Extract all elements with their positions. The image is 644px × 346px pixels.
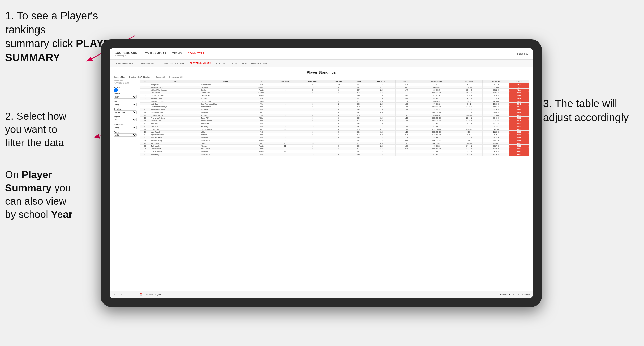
player-name-cell: Jackson Koivu (150, 97, 200, 100)
data-cell: 47-40-3 (482, 111, 509, 114)
toolbar-forward[interactable]: → (119, 293, 123, 296)
data-cell: 35-26-4 (482, 153, 509, 156)
data-cell: Fifth (251, 153, 272, 156)
th-yr: Yr (251, 80, 272, 83)
data-cell: 61-20-2 (482, 94, 509, 97)
player-name-cell: David Ford (150, 128, 200, 131)
subnav-player-h2h-heatmap[interactable]: PLAYER H2H HEATMAP (242, 62, 267, 65)
data-cell: -1.6 (367, 91, 395, 94)
filter-no-rds: No Rds. (114, 86, 137, 91)
data-cell: 0 (327, 131, 351, 133)
data-cell: 1 (327, 139, 351, 142)
grid-btn[interactable]: ⋮ (517, 293, 519, 296)
data-cell: First (251, 97, 272, 100)
school-name-cell: Missouri (200, 145, 251, 147)
data-cell: 11 (140, 111, 150, 114)
nav-item-tournaments[interactable]: TOURNAMENTS (145, 52, 166, 56)
data-cell: 20-14-5 (456, 108, 482, 111)
region-select[interactable]: N/A (114, 118, 137, 121)
data-cell: 22-29-7 (456, 119, 482, 122)
subnav-team-summary[interactable]: TEAM SUMMARY (115, 62, 133, 65)
data-cell: 26-32-2 (482, 122, 509, 125)
watch-btn[interactable]: 👁 Watch ▼ (500, 293, 511, 296)
toolbar-view: 👁 View: Original (146, 293, 161, 296)
table-row: 5Christo LamprechtGeorgia TechFourth2212… (140, 94, 529, 97)
gender-select[interactable]: Men (114, 95, 137, 99)
data-cell: 5 (272, 139, 298, 142)
conference-select[interactable]: (All) (114, 126, 137, 129)
toolbar-clock[interactable]: ⏰ (139, 293, 144, 296)
data-cell: 22 (298, 136, 327, 139)
subnav-team-h2h-grid[interactable]: TEAM H2H GRID (138, 62, 157, 65)
th-school: School (200, 80, 251, 83)
data-cell: 607-63-12 (417, 103, 456, 105)
points-cell: 40.69 (509, 142, 529, 145)
data-cell: 3 (140, 89, 150, 91)
player-name-cell: Luke Claton (150, 91, 200, 94)
data-cell: 26 (140, 153, 150, 156)
points-cell: 46.77 (509, 105, 529, 108)
data-cell: 12 (140, 114, 150, 117)
data-cell: 616-168-22 (417, 147, 456, 150)
update-time: Update time:27/03/2024 16:56:26 (114, 80, 137, 84)
player-name-cell: Cole Sherwood (150, 150, 200, 153)
school-name-cell: Ole Miss (200, 86, 251, 89)
subnav-player-h2h-grid[interactable]: PLAYER H2H GRID (216, 62, 237, 65)
data-cell: 500-155-30 (417, 131, 456, 133)
data-cell: 28-15-0 (456, 83, 482, 86)
data-cell: -1.1 (367, 114, 395, 117)
data-cell: 19-11-1 (456, 86, 482, 89)
table-row: 6Jackson KoivuAuburnFirst127167.3-2.02.7… (140, 97, 529, 100)
data-cell: 1 (327, 89, 351, 91)
data-cell: 12-16-3 (482, 103, 509, 105)
sign-out-link[interactable]: | Sign out (517, 52, 528, 55)
data-cell: 24 (298, 142, 327, 145)
data-cell: -1.2 (367, 136, 395, 139)
subnav-player-summary[interactable]: PLAYER SUMMARY (190, 61, 211, 65)
page-title: Player Standings (114, 70, 529, 74)
toolbar-back[interactable]: ← (113, 293, 117, 296)
toolbar-reload[interactable]: ↻ (126, 293, 130, 296)
data-cell: Third (251, 111, 272, 114)
no-rds-slider[interactable] (114, 90, 137, 90)
data-cell: 5 (272, 133, 298, 136)
data-cell: 69.4 (351, 136, 367, 139)
data-cell: 1 (272, 103, 298, 105)
data-cell: 6 (140, 97, 150, 100)
data-cell: 1 (327, 150, 351, 153)
th-no-rds: No. Rds. (327, 80, 351, 83)
year-select[interactable]: (All) (114, 103, 137, 106)
ann2-text3: filter the data (5, 137, 64, 148)
data-cell: 22-22-0 (482, 89, 509, 91)
subnav-team-h2h-heatmap[interactable]: TEAM H2H HEATMAP (161, 62, 185, 65)
ann4-bold1: PlayerSummary (5, 169, 52, 193)
data-cell: 0 (327, 136, 351, 139)
data-cell: 0 (327, 111, 351, 114)
share-btn[interactable]: ⇧ Share (522, 293, 530, 296)
table-row: 18Luke PowellUCLAFirst424069.1-1.81.1350… (140, 131, 529, 133)
data-cell: 15 (327, 83, 351, 86)
data-cell: 69.3 (351, 150, 367, 153)
player-name-cell: Jake Hall (150, 122, 200, 125)
data-cell: 406-172-16 (417, 128, 456, 131)
division-select[interactable]: NCAA Division I (114, 110, 137, 114)
toolbar-share2[interactable]: ⛶ (132, 293, 136, 296)
download-btn[interactable]: ⇓ (513, 293, 515, 296)
player-select[interactable]: (All) (114, 133, 137, 137)
data-cell: 10-10-2 (456, 89, 482, 91)
data-cell: 68.7 (351, 142, 367, 145)
data-cell: 1.47 (395, 89, 417, 91)
player-name-cell: Michael Thorbjornsen (150, 89, 200, 91)
view-label: 👁 View: Original (146, 293, 161, 296)
slider-container[interactable] (114, 89, 137, 91)
data-cell: 27 (298, 100, 327, 103)
data-cell: 8 (298, 89, 327, 91)
nav-item-committee[interactable]: COMMITTEE (188, 52, 204, 56)
data-cell: Fourth (251, 89, 272, 91)
data-cell: 68.4 (351, 114, 367, 117)
data-cell: 22-26-1 (456, 117, 482, 119)
nav-item-teams[interactable]: TEAMS (172, 52, 182, 56)
data-cell: 429-198-22 (417, 133, 456, 136)
data-cell: 605-96-18 (417, 114, 456, 117)
data-cell: 27-10-2 (456, 94, 482, 97)
